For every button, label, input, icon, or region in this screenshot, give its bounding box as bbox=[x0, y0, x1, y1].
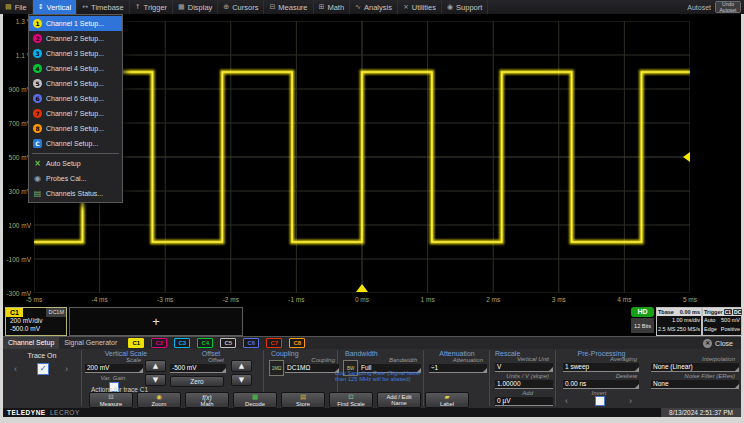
tab-channel-setup[interactable]: Channel Setup bbox=[3, 337, 59, 349]
vertical-menu-item-channel-6-setup[interactable]: 6Channel 6 Setup... bbox=[29, 91, 122, 106]
preprocessing-next-arrow[interactable]: › bbox=[629, 397, 632, 406]
offset-field[interactable]: -500 mV bbox=[170, 364, 226, 373]
coupling-field[interactable]: DC1MΩ bbox=[285, 364, 339, 373]
menu-item-analysis[interactable]: ∿Analysis bbox=[350, 0, 398, 14]
offset-up-button[interactable]: ▲ bbox=[231, 360, 252, 372]
menu-item-file[interactable]: ▤File bbox=[0, 0, 33, 14]
scale-field[interactable]: 200 mV bbox=[85, 364, 143, 373]
action-add-edit-name-button[interactable]: Add / Edit Name bbox=[377, 392, 421, 408]
channel-chip-c3[interactable]: C3 bbox=[174, 338, 190, 348]
add-trace-box[interactable]: + bbox=[69, 307, 243, 336]
menu-item-cursors[interactable]: ⊕Cursors bbox=[218, 0, 264, 14]
channel-c1-descriptor[interactable]: C1 DC1M 200 mV/div -500.0 mV bbox=[5, 307, 67, 336]
trigger-level-marker[interactable] bbox=[683, 152, 690, 162]
timebase-icon: ↔ bbox=[82, 4, 88, 11]
y-axis-tick-label: 1.1 V bbox=[3, 52, 31, 59]
vertical-menu-item-channel-4-setup[interactable]: 4Channel 4 Setup... bbox=[29, 61, 122, 76]
trace-on-checkbox[interactable]: ✓ bbox=[37, 363, 49, 375]
action-store-button[interactable]: ▤Store bbox=[281, 392, 325, 408]
actions-button-row: ⊟Measure◉Zoomf(x)Math▦Decode▤Store⊡Find … bbox=[89, 392, 469, 408]
offset-zero-button[interactable]: Zero bbox=[170, 376, 224, 387]
action-measure-button[interactable]: ⊟Measure bbox=[89, 392, 133, 408]
noise-filter-field[interactable]: None bbox=[651, 380, 739, 389]
action-find-scale-button[interactable]: ⊡Find Scale bbox=[329, 392, 373, 408]
prev-trace-arrow[interactable]: ‹ bbox=[14, 365, 17, 374]
menu-item-label: Measure bbox=[278, 3, 307, 12]
averaging-field[interactable]: 1 sweep bbox=[563, 363, 639, 372]
brand-teledyne: TELEDYNE bbox=[7, 409, 46, 416]
y-axis-tick-label: -100 mV bbox=[3, 256, 31, 263]
menu-item-measure[interactable]: ⊟Measure bbox=[264, 0, 313, 14]
units-per-v-field[interactable]: 1.00000 bbox=[495, 380, 553, 389]
close-button[interactable]: × Close bbox=[703, 339, 733, 348]
vertical-menu-item-channel-setup[interactable]: CChannel Setup... bbox=[29, 136, 122, 151]
x-axis-tick-label: -3 ms bbox=[157, 296, 173, 303]
menu-item-math[interactable]: ⊞Math bbox=[314, 0, 351, 14]
menu-item-label: Channel 7 Setup... bbox=[46, 110, 104, 117]
vertical-menu-item-channel-8-setup[interactable]: 8Channel 8 Setup... bbox=[29, 121, 122, 136]
x-axis-tick-label: -2 ms bbox=[223, 296, 239, 303]
vertical-unit-field[interactable]: V bbox=[495, 363, 553, 372]
vertical-menu-item-channel-5-setup[interactable]: 5Channel 5 Setup... bbox=[29, 76, 122, 91]
channel-chip-c1[interactable]: C1 bbox=[128, 338, 144, 348]
trigger-descriptor[interactable]: Trigger C1 DC Auto 500 mV Edge Positive bbox=[702, 307, 742, 336]
action-label-button[interactable]: ▰Label bbox=[425, 392, 469, 408]
channel-chip-c2[interactable]: C2 bbox=[151, 338, 167, 348]
next-trace-arrow[interactable]: › bbox=[65, 365, 68, 374]
attenuation-field[interactable]: ÷1 bbox=[429, 364, 487, 373]
trigger-position-marker[interactable] bbox=[356, 284, 368, 292]
offset-down-button[interactable]: ▼ bbox=[231, 374, 252, 386]
menu-item-label: Channel 2 Setup... bbox=[46, 35, 104, 42]
add-label: Add bbox=[493, 390, 533, 397]
vertical-menu-item-auto-setup[interactable]: ×Auto Setup bbox=[29, 156, 122, 171]
channel-chip-c6[interactable]: C6 bbox=[243, 338, 259, 348]
trigger-label: Trigger bbox=[704, 309, 723, 315]
hd-badge: HD bbox=[631, 307, 654, 317]
vertical-menu-item-probes-cal[interactable]: ◉Probes Cal... bbox=[29, 171, 122, 186]
section-divider bbox=[489, 350, 490, 406]
c1-label: C1 bbox=[6, 308, 23, 317]
preprocessing-prev-arrow[interactable]: ‹ bbox=[565, 397, 568, 406]
menu-item-utilities[interactable]: ×Utilities bbox=[398, 0, 442, 14]
menu-item-display[interactable]: ▦Display bbox=[173, 0, 218, 14]
timebase-scale: 1.00 ms/div bbox=[672, 316, 700, 325]
autoset-label[interactable]: Autoset bbox=[687, 4, 711, 11]
scale-up-button[interactable]: ▲ bbox=[145, 360, 166, 372]
tab-signal-generator[interactable]: Signal Generator bbox=[59, 337, 122, 349]
channel-chip-c4[interactable]: C4 bbox=[197, 338, 213, 348]
channel-chip-c5[interactable]: C5 bbox=[220, 338, 236, 348]
undo-autoset-button[interactable]: Undo Autoset bbox=[715, 1, 741, 13]
menu-item-vertical[interactable]: ↕Vertical bbox=[33, 0, 77, 14]
vertical-menu-item-channel-7-setup[interactable]: 7Channel 7 Setup... bbox=[29, 106, 122, 121]
vertical-menu-item-channels-status[interactable]: ▤Channels Status... bbox=[29, 186, 122, 201]
channel-chip-c8[interactable]: C8 bbox=[289, 338, 305, 348]
invert-checkbox[interactable] bbox=[595, 396, 605, 406]
trigger-icon: ↑ bbox=[135, 4, 141, 11]
vertical-icon: ↕ bbox=[38, 4, 44, 11]
channel-chip-c7[interactable]: C7 bbox=[266, 338, 282, 348]
scale-down-button[interactable]: ▼ bbox=[145, 374, 166, 386]
x-axis-tick-label: -4 ms bbox=[91, 296, 107, 303]
vertical-menu-item-channel-3-setup[interactable]: 3Channel 3 Setup... bbox=[29, 46, 122, 61]
interpolation-field[interactable]: None (Linear) bbox=[651, 363, 739, 372]
action-zoom-button[interactable]: ◉Zoom bbox=[137, 392, 181, 408]
trigger-mode-row: Auto 500 mV bbox=[703, 316, 741, 325]
deskew-field[interactable]: 0.00 ns bbox=[563, 380, 639, 389]
action-label: Label bbox=[440, 401, 454, 407]
action-label: Math bbox=[201, 401, 214, 407]
teledyne-lecroy-logo: TELEDYNE LECROY bbox=[7, 409, 80, 416]
timebase-samples: 2.5 MS bbox=[658, 325, 675, 334]
add-field[interactable]: 0 µV bbox=[495, 397, 553, 406]
menu-item-trigger[interactable]: ↑Trigger bbox=[130, 0, 173, 14]
vertical-menu-item-channel-1-setup[interactable]: 1Channel 1 Setup... bbox=[29, 16, 122, 31]
menu-item-timebase[interactable]: ↔Timebase bbox=[77, 0, 130, 14]
vertical-menu-item-channel-2-setup[interactable]: 2Channel 2 Setup... bbox=[29, 31, 122, 46]
acquisition-mode-descriptor[interactable]: HD 12 Bits bbox=[631, 307, 654, 334]
channel-setup-icon: C bbox=[33, 139, 42, 148]
menu-item-support[interactable]: ◉Support bbox=[442, 0, 488, 14]
utilities-icon: × bbox=[403, 4, 409, 11]
action-decode-button[interactable]: ▦Decode bbox=[233, 392, 277, 408]
timebase-descriptor[interactable]: Tbase 0.00 ms 1.00 ms/div 2.5 MS 250 MS/… bbox=[656, 307, 702, 336]
action-math-button[interactable]: f(x)Math bbox=[185, 392, 229, 408]
display-icon: ▦ bbox=[178, 4, 185, 11]
